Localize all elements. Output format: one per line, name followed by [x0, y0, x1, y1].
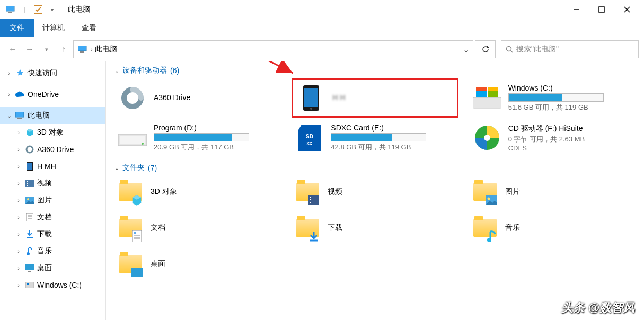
film-icon — [24, 178, 35, 189]
storage-bar — [154, 133, 249, 141]
device-freespace: 0 字节 可用，共 2.63 MB — [508, 135, 632, 144]
svg-line-10 — [511, 51, 513, 53]
svg-rect-17 — [27, 181, 28, 182]
main: › 快速访问 › OneDrive ⌄ 此电脑 ›3D 对象 ›A360 Dri… — [0, 61, 644, 320]
breadcrumb-separator: › — [91, 46, 93, 52]
svg-point-21 — [27, 198, 29, 200]
svg-point-27 — [27, 252, 30, 255]
sidebar-item-desktop[interactable]: ›桌面 — [0, 260, 105, 277]
ribbon-tabs: 文件 计算机 查看 — [0, 19, 644, 37]
sidebar-item-label: A360 Drive — [37, 145, 74, 154]
document-icon — [24, 212, 35, 223]
device-cd-f[interactable]: CD 驱动器 (F:) HiSuite 0 字节 可用，共 2.63 MB CD… — [469, 120, 636, 156]
svg-rect-15 — [27, 163, 32, 170]
breadcrumb-location[interactable]: 此电脑 — [95, 45, 117, 54]
sidebar-item-quick-access[interactable]: › 快速访问 — [0, 65, 105, 82]
sidebar-item-documents[interactable]: ›文档 — [0, 209, 105, 226]
sidebar-item-windows-c[interactable]: ›Windows (C:) — [0, 277, 105, 294]
device-sdxc-e[interactable]: SDXC SDXC Card (E:) 42.8 GB 可用，共 119 GB — [292, 120, 458, 156]
sidebar-item-this-pc[interactable]: ⌄ 此电脑 — [0, 107, 105, 124]
section-folders-header[interactable]: ⌄ 文件夹 (7) — [114, 163, 636, 173]
sidebar-item-3d-objects[interactable]: ›3D 对象 — [0, 124, 105, 141]
folder-downloads[interactable]: 下载 — [292, 212, 458, 244]
folder-icon — [117, 250, 144, 278]
refresh-button[interactable] — [475, 40, 496, 58]
section-devices-header[interactable]: ⌄ 设备和驱动器 (6) — [114, 66, 636, 75]
svg-rect-11 — [15, 112, 24, 117]
folder-videos[interactable]: 视频 — [292, 176, 458, 208]
chevron-right-icon[interactable]: › — [15, 231, 22, 237]
this-pc-icon — [77, 43, 89, 55]
sidebar-item-label: 桌面 — [37, 263, 52, 273]
svg-rect-4 — [599, 7, 604, 12]
chevron-right-icon[interactable]: › — [15, 129, 22, 136]
maximize-button[interactable] — [595, 3, 608, 16]
chevron-right-icon[interactable]: › — [15, 248, 22, 254]
chevron-right-icon[interactable]: › — [15, 180, 22, 186]
sidebar-item-pictures[interactable]: ›图片 — [0, 192, 105, 209]
search-box[interactable]: 搜索"此电脑" — [501, 40, 639, 58]
folder-3d-objects[interactable]: 3D 对象 — [114, 176, 281, 208]
svg-text:XC: XC — [307, 141, 313, 146]
storage-bar — [331, 133, 426, 141]
nav-up-button[interactable]: ↑ — [56, 42, 71, 57]
chevron-right-icon[interactable]: › — [15, 282, 22, 288]
chevron-right-icon[interactable]: › — [5, 70, 13, 76]
sidebar-item-onedrive[interactable]: › OneDrive — [0, 86, 105, 103]
tab-file[interactable]: 文件 — [0, 19, 34, 37]
folder-music[interactable]: 音乐 — [469, 212, 636, 244]
nav-back-button[interactable]: ← — [5, 42, 20, 57]
qat-check-icon[interactable] — [32, 3, 45, 16]
content-area: ⌄ 设备和驱动器 (6) A360 Drive H H — [106, 61, 644, 320]
device-windows-c[interactable]: Windows (C:) 51.6 GB 可用，共 119 GB — [469, 78, 636, 118]
chevron-right-icon[interactable]: › — [5, 91, 13, 97]
folder-pictures[interactable]: 图片 — [469, 176, 636, 208]
nav-history-dropdown[interactable]: ▾ — [39, 42, 54, 57]
chevron-down-icon[interactable]: ⌄ — [5, 112, 13, 119]
device-name: H H — [332, 93, 453, 102]
chevron-right-icon[interactable]: › — [15, 214, 22, 220]
device-name: CD 驱动器 (F:) HiSuite — [508, 124, 632, 134]
this-pc-icon — [15, 110, 25, 121]
minimize-button[interactable] — [570, 3, 583, 16]
chevron-right-icon[interactable]: › — [15, 163, 22, 170]
folder-icon — [471, 214, 499, 242]
app-icon — [4, 3, 17, 16]
sidebar-item-label: 音乐 — [37, 246, 52, 256]
nav-forward-button[interactable]: → — [22, 42, 37, 57]
picture-icon — [485, 194, 498, 207]
tab-view[interactable]: 查看 — [73, 19, 105, 37]
disc-icon — [472, 123, 502, 153]
folder-documents[interactable]: 文档 — [114, 212, 281, 244]
sidebar-item-videos[interactable]: ›视频 — [0, 175, 105, 192]
device-name: Windows (C:) — [508, 84, 632, 92]
svg-rect-55 — [134, 232, 136, 234]
sidebar-item-a360[interactable]: ›A360 Drive — [0, 141, 105, 158]
folder-desktop[interactable]: 桌面 — [114, 248, 281, 280]
sidebar-item-label: OneDrive — [28, 90, 59, 99]
device-a360[interactable]: A360 Drive — [114, 78, 281, 118]
sidebar-item-downloads[interactable]: ›下载 — [0, 226, 105, 243]
qat-dropdown-icon[interactable]: ▾ — [46, 3, 58, 16]
qat-separator: | — [18, 3, 31, 16]
sidebar-item-music[interactable]: ›音乐 — [0, 243, 105, 260]
folder-label: 音乐 — [505, 223, 520, 233]
folders-grid: 3D 对象 视频 图片 文档 下载 音乐 — [114, 176, 636, 280]
svg-rect-8 — [80, 51, 84, 53]
close-button[interactable] — [621, 3, 633, 16]
folder-label: 下载 — [328, 223, 342, 233]
chevron-right-icon[interactable]: › — [15, 265, 22, 271]
device-program-d[interactable]: Program (D:) 20.9 GB 可用，共 117 GB — [114, 120, 281, 156]
svg-rect-7 — [78, 46, 86, 51]
address-dropdown-icon[interactable]: ⌄ — [463, 45, 470, 55]
chevron-right-icon[interactable]: › — [15, 197, 22, 203]
chevron-right-icon[interactable]: › — [15, 146, 22, 153]
svg-point-35 — [310, 108, 312, 110]
folder-label: 桌面 — [151, 259, 165, 269]
tab-computer[interactable]: 计算机 — [34, 19, 73, 37]
address-bar[interactable]: › 此电脑 ⌄ — [73, 40, 473, 58]
sidebar-item-phone[interactable]: ›H MH — [0, 158, 105, 175]
music-icon — [24, 246, 35, 256]
cloud-icon — [15, 89, 25, 100]
device-phone[interactable]: H H — [292, 78, 458, 118]
